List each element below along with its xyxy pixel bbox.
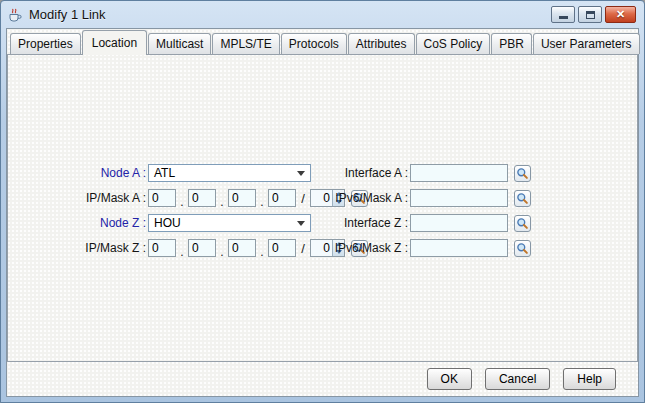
interface-a-label: Interface A : xyxy=(308,166,408,180)
interface-z-input[interactable] xyxy=(410,214,508,232)
ip-mask-z-octet-4[interactable] xyxy=(268,239,296,257)
dialog-button-bar: OK Cancel Help xyxy=(7,362,638,396)
ip-mask-a-label: IP/Mask A : xyxy=(8,191,146,205)
octet-separator: . xyxy=(256,238,268,259)
window-title: Modify 1 Link xyxy=(29,7,551,22)
ipv6-mask-z-browse-button[interactable] xyxy=(514,240,531,257)
tab-cos-policy[interactable]: CoS Policy xyxy=(416,33,491,54)
chevron-down-icon xyxy=(297,171,305,176)
ipv6-mask-z-label: IPv6/Mask Z : xyxy=(308,241,408,255)
node-a-row: Node A : ATL xyxy=(8,164,311,182)
ipv6-mask-z-row: IPv6/Mask Z : xyxy=(308,239,531,257)
node-z-select[interactable]: HOU xyxy=(148,214,311,232)
magnifier-icon xyxy=(516,192,529,205)
window-controls: ✕ xyxy=(551,6,636,23)
interface-a-browse-button[interactable] xyxy=(514,165,531,182)
tab-protocols[interactable]: Protocols xyxy=(281,33,347,54)
close-button[interactable]: ✕ xyxy=(605,6,636,23)
ip-mask-z-octet-1[interactable] xyxy=(148,239,176,257)
node-z-value: HOU xyxy=(154,216,181,230)
ipv6-mask-a-input[interactable] xyxy=(410,189,508,207)
node-z-label: Node Z : xyxy=(8,216,146,230)
chevron-down-icon xyxy=(297,221,305,226)
magnifier-icon xyxy=(516,217,529,230)
interface-z-label: Interface Z : xyxy=(308,216,408,230)
interface-z-browse-button[interactable] xyxy=(514,215,531,232)
interface-z-row: Interface Z : xyxy=(308,214,531,232)
ip-mask-z-octet-3[interactable] xyxy=(228,239,256,257)
tab-attributes[interactable]: Attributes xyxy=(348,33,415,54)
tab-properties[interactable]: Properties xyxy=(10,33,81,54)
magnifier-icon xyxy=(516,242,529,255)
maximize-button[interactable] xyxy=(578,6,602,23)
ipv6-mask-a-browse-button[interactable] xyxy=(514,190,531,207)
maximize-icon xyxy=(586,11,595,19)
node-a-select[interactable]: ATL xyxy=(148,164,311,182)
octet-separator: . xyxy=(216,238,228,259)
tab-multicast[interactable]: Multicast xyxy=(148,33,211,54)
ipv6-mask-a-row: IPv6/Mask A : xyxy=(308,189,531,207)
node-a-value: ATL xyxy=(154,166,175,180)
minimize-button[interactable] xyxy=(551,6,575,23)
ip-mask-a-octet-1[interactable] xyxy=(148,189,176,207)
node-z-row: Node Z : HOU xyxy=(8,214,311,232)
ipv6-mask-z-input[interactable] xyxy=(410,239,508,257)
interface-a-input[interactable] xyxy=(410,164,508,182)
octet-separator: . xyxy=(176,188,188,209)
tab-location[interactable]: Location xyxy=(82,30,147,55)
ip-mask-z-octet-2[interactable] xyxy=(188,239,216,257)
ipv6-mask-a-label: IPv6/Mask A : xyxy=(308,191,408,205)
tab-user-parameters[interactable]: User Parameters xyxy=(533,33,640,54)
java-app-icon xyxy=(7,7,23,23)
tab-mpls-te[interactable]: MPLS/TE xyxy=(212,33,279,54)
location-tab-panel: Node A : ATL Interface A : xyxy=(7,54,638,362)
dialog-body: Properties Location Multicast MPLS/TE Pr… xyxy=(6,28,639,397)
ip-mask-a-octet-3[interactable] xyxy=(228,189,256,207)
help-button[interactable]: Help xyxy=(563,368,616,390)
cancel-button[interactable]: Cancel xyxy=(485,368,550,390)
octet-separator: . xyxy=(176,238,188,259)
modify-link-dialog: Modify 1 Link ✕ Properties Location Mult… xyxy=(0,0,645,403)
ip-mask-a-octet-2[interactable] xyxy=(188,189,216,207)
ok-button[interactable]: OK xyxy=(427,368,472,390)
tab-pbr[interactable]: PBR xyxy=(491,33,532,54)
ip-mask-z-label: IP/Mask Z : xyxy=(8,241,146,255)
close-icon: ✕ xyxy=(616,9,625,20)
ip-mask-a-octet-4[interactable] xyxy=(268,189,296,207)
minimize-icon xyxy=(559,16,568,19)
node-a-label: Node A : xyxy=(8,166,146,180)
tab-bar: Properties Location Multicast MPLS/TE Pr… xyxy=(7,29,638,54)
interface-a-row: Interface A : xyxy=(308,164,531,182)
title-bar[interactable]: Modify 1 Link ✕ xyxy=(6,1,639,28)
octet-separator: . xyxy=(216,188,228,209)
octet-separator: . xyxy=(256,188,268,209)
magnifier-icon xyxy=(516,167,529,180)
